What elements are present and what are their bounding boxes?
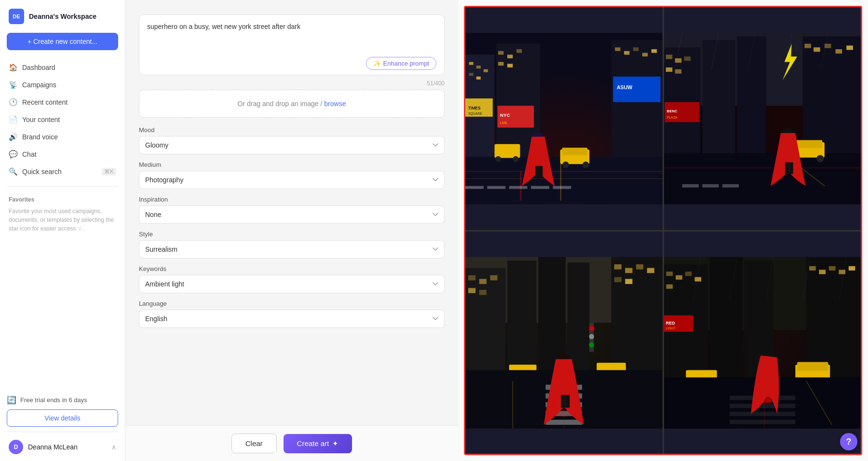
- svg-rect-96: [636, 264, 643, 270]
- mood-group: Mood Gloomy Happy Dramatic Serene Dark V…: [139, 126, 445, 154]
- language-select[interactable]: English Spanish French German Italian Po…: [139, 310, 445, 328]
- svg-point-106: [589, 342, 594, 347]
- keywords-label: Keywords: [139, 265, 445, 272]
- medium-group: Medium Photography Digital Art Oil Paint…: [139, 161, 445, 189]
- svg-rect-21: [624, 51, 629, 55]
- prompt-footer: ✨ Enhance prompt: [147, 57, 436, 70]
- svg-rect-128: [666, 271, 673, 276]
- generated-image-1[interactable]: TIMES SQUARE NYC LIVE: [465, 7, 663, 230]
- create-art-button[interactable]: Create art ✦: [284, 434, 353, 453]
- svg-rect-52: [684, 56, 691, 61]
- svg-rect-38: [535, 166, 539, 177]
- svg-rect-132: [666, 284, 673, 288]
- svg-rect-22: [633, 47, 638, 51]
- trial-icon: 🔄: [7, 395, 16, 405]
- svg-rect-50: [665, 54, 672, 59]
- svg-rect-139: [809, 266, 816, 270]
- svg-rect-46: [553, 186, 571, 189]
- svg-rect-42: [465, 186, 484, 189]
- svg-rect-2: [469, 62, 474, 65]
- svg-rect-60: [804, 44, 811, 48]
- medium-select[interactable]: Photography Digital Art Oil Painting Wat…: [139, 171, 445, 189]
- sidebar-item-quick-search[interactable]: 🔍 Quick search ⌘K: [0, 163, 125, 180]
- right-panel: TIMES SQUARE NYC LIVE: [458, 0, 868, 461]
- svg-rect-23: [642, 53, 648, 57]
- clear-button[interactable]: Clear: [231, 434, 277, 453]
- generated-image-3[interactable]: [465, 231, 663, 454]
- svg-rect-141: [828, 266, 835, 270]
- svg-point-33: [495, 156, 501, 162]
- sidebar-item-dashboard[interactable]: 🏠 Dashboard: [0, 59, 125, 76]
- sidebar-item-recent-content[interactable]: 🕐 Recent content: [0, 94, 125, 111]
- svg-point-105: [589, 334, 594, 339]
- help-icon: ?: [846, 437, 852, 447]
- favorites-section: Favorites Favorite your most used campai…: [0, 190, 125, 239]
- char-count: 51/400: [139, 80, 445, 87]
- user-avatar: D: [9, 440, 23, 454]
- mood-select[interactable]: Gloomy Happy Dramatic Serene Dark Vibran…: [139, 136, 445, 154]
- svg-point-71: [816, 155, 824, 162]
- sidebar-item-your-content[interactable]: 📄 Your content: [0, 111, 125, 128]
- svg-point-30: [562, 162, 569, 168]
- svg-rect-82: [682, 184, 698, 188]
- generated-image-2[interactable]: BENC PLAZA: [664, 7, 861, 230]
- svg-rect-98: [614, 277, 622, 282]
- sidebar-item-label: Your content: [22, 116, 60, 123]
- svg-rect-24: [651, 49, 657, 53]
- svg-text:RED: RED: [665, 320, 675, 325]
- browse-link[interactable]: browse: [324, 100, 346, 108]
- svg-text:SQUARE: SQUARE: [468, 112, 482, 116]
- svg-rect-54: [675, 69, 681, 74]
- style-label: Style: [139, 230, 445, 238]
- help-button[interactable]: ?: [840, 433, 857, 450]
- svg-rect-155: [730, 420, 795, 424]
- svg-rect-91: [468, 288, 475, 293]
- svg-rect-5: [469, 73, 474, 76]
- inspiration-select[interactable]: None Abstract Realism Impressionism Cubi…: [139, 205, 445, 224]
- svg-point-34: [513, 156, 518, 162]
- user-row[interactable]: D Deanna McLean ∧: [7, 436, 118, 456]
- svg-rect-145: [797, 362, 828, 370]
- generated-image-4[interactable]: RED LIGHT: [664, 231, 861, 454]
- create-art-label: Create art: [297, 439, 329, 447]
- prompt-input[interactable]: [147, 22, 436, 52]
- enhance-prompt-button[interactable]: ✨ Enhance prompt: [366, 57, 436, 70]
- sidebar-item-brand-voice[interactable]: 🔊 Brand voice: [0, 128, 125, 146]
- svg-rect-90: [490, 275, 497, 280]
- svg-rect-53: [665, 68, 672, 72]
- recent-icon: 🕐: [9, 98, 17, 107]
- drop-zone-text: Or drag and drop an image /: [238, 100, 325, 108]
- svg-rect-83: [702, 184, 719, 188]
- sidebar-item-campaigns[interactable]: 📡 Campaigns: [0, 76, 125, 94]
- create-new-content-button[interactable]: + Create new content...: [7, 33, 118, 50]
- svg-rect-153: [730, 404, 795, 408]
- svg-rect-69: [794, 140, 822, 148]
- dashboard-icon: 🏠: [9, 63, 17, 72]
- svg-point-31: [583, 162, 589, 168]
- svg-rect-11: [498, 51, 503, 55]
- sidebar-item-chat[interactable]: 💬 Chat: [0, 146, 125, 163]
- svg-rect-45: [531, 186, 549, 189]
- svg-rect-131: [694, 277, 701, 281]
- svg-rect-6: [476, 77, 481, 80]
- language-label: Language: [139, 300, 445, 307]
- svg-rect-95: [625, 268, 632, 273]
- left-scroll-area: ✨ Enhance prompt 51/400 Or drag and drop…: [125, 0, 458, 425]
- svg-rect-61: [814, 47, 820, 52]
- svg-rect-32: [495, 144, 520, 158]
- svg-rect-129: [676, 275, 682, 279]
- workspace-name: Deanna's Workspace: [29, 13, 96, 20]
- image-grid: TIMES SQUARE NYC LIVE: [464, 6, 862, 455]
- keywords-select[interactable]: Ambient light Neon lights Dramatic shado…: [139, 275, 445, 293]
- svg-text:NYC: NYC: [500, 112, 510, 118]
- enhance-icon: ✨: [373, 60, 381, 67]
- inspiration-group: Inspiration None Abstract Realism Impres…: [139, 196, 445, 224]
- svg-rect-43: [487, 186, 505, 189]
- drop-zone[interactable]: Or drag and drop an image / browse: [139, 90, 445, 118]
- view-details-button[interactable]: View details: [7, 409, 118, 427]
- left-column: ✨ Enhance prompt 51/400 Or drag and drop…: [125, 0, 458, 461]
- style-select[interactable]: Surrealism Realism Abstract Minimalism E…: [139, 240, 445, 258]
- create-art-icon: ✦: [332, 439, 339, 448]
- trial-notice-text: Free trial ends in 6 days: [20, 396, 87, 404]
- sidebar-item-label: Dashboard: [22, 64, 55, 71]
